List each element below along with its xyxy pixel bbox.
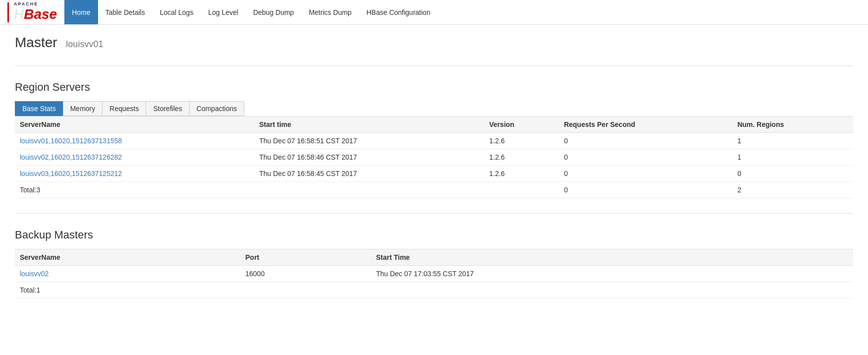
divider-2 <box>15 213 853 214</box>
table-row: louisvv02 16000 Thu Dec 07 17:03:55 CST … <box>15 266 853 282</box>
nav-hbase-configuration[interactable]: HBase Configuration <box>359 0 438 24</box>
backup-total-empty-2 <box>371 282 853 298</box>
nav-local-logs[interactable]: Local Logs <box>153 0 201 24</box>
cell-total-rps: 0 <box>559 182 732 198</box>
backup-col-server-name: ServerName <box>15 249 241 266</box>
cell-rps: 0 <box>559 166 732 182</box>
tab-compactions[interactable]: Compactions <box>189 101 245 116</box>
backup-cell-start-time: Thu Dec 07 17:03:55 CST 2017 <box>371 266 853 282</box>
server-link-3[interactable]: louisvv03,16020,1512637125212 <box>20 170 122 178</box>
page-title: Master louisvv01 <box>15 35 853 51</box>
cell-start-time: Thu Dec 07 16:58:45 CST 2017 <box>254 166 484 182</box>
cell-rps: 0 <box>559 149 732 166</box>
table-row: louisvv01,16020,1512637131558 Thu Dec 07… <box>15 133 853 149</box>
cell-server-name: louisvv03,16020,1512637125212 <box>15 166 254 182</box>
backup-col-port: Port <box>241 249 371 266</box>
navbar: APACHE HBase Home Table Details Local Lo… <box>0 0 868 25</box>
cell-start-time: Thu Dec 07 16:58:51 CST 2017 <box>254 133 484 149</box>
cell-total-label: Total:3 <box>15 182 254 198</box>
backup-masters-title: Backup Masters <box>15 229 853 241</box>
col-num-regions: Num. Regions <box>732 117 853 133</box>
logo-accent-line <box>7 2 9 22</box>
cell-total-regions: 2 <box>732 182 853 198</box>
col-requests-per-second: Requests Per Second <box>559 117 732 133</box>
backup-total-empty-1 <box>241 282 371 298</box>
cell-rps: 0 <box>559 133 732 149</box>
cell-num-regions: 1 <box>732 149 853 166</box>
backup-masters-table: ServerName Port Start Time louisvv02 160… <box>15 249 853 298</box>
cell-version: 1.2.6 <box>484 166 559 182</box>
nav-metrics-dump[interactable]: Metrics Dump <box>302 0 359 24</box>
backup-server-link-1[interactable]: louisvv02 <box>20 270 49 278</box>
divider-1 <box>15 65 853 66</box>
table-row: louisvv02,16020,1512637126282 Thu Dec 07… <box>15 149 853 166</box>
main-content: Master louisvv01 Region Servers Base Sta… <box>0 25 868 308</box>
backup-table-header-row: ServerName Port Start Time <box>15 249 853 266</box>
cell-version: 1.2.6 <box>484 133 559 149</box>
cell-server-name: louisvv01,16020,1512637131558 <box>15 133 254 149</box>
region-servers-tabs: Base Stats Memory Requests Storefiles Co… <box>15 101 853 116</box>
tab-requests[interactable]: Requests <box>102 101 146 116</box>
backup-col-start-time: Start Time <box>371 249 853 266</box>
server-link-2[interactable]: louisvv02,16020,1512637126282 <box>20 153 122 161</box>
region-servers-title: Region Servers <box>15 81 853 94</box>
backup-cell-port: 16000 <box>241 266 371 282</box>
logo-apache-text: APACHE <box>14 2 57 6</box>
col-version: Version <box>484 117 559 133</box>
region-servers-table: ServerName Start time Version Requests P… <box>15 116 853 198</box>
cell-total-empty-2 <box>484 182 559 198</box>
col-server-name: ServerName <box>15 117 254 133</box>
cell-version: 1.2.6 <box>484 149 559 166</box>
nav-debug-dump[interactable]: Debug Dump <box>246 0 302 24</box>
cell-server-name: louisvv02,16020,1512637126282 <box>15 149 254 166</box>
table-header-row: ServerName Start time Version Requests P… <box>15 117 853 133</box>
master-label: Master <box>15 35 57 50</box>
table-row: louisvv03,16020,1512637125212 Thu Dec 07… <box>15 166 853 182</box>
server-link-1[interactable]: louisvv01,16020,1512637131558 <box>20 137 122 145</box>
nav-links: Home Table Details Local Logs Log Level … <box>64 0 438 24</box>
table-totals-row: Total:3 0 2 <box>15 182 853 198</box>
cell-start-time: Thu Dec 07 16:58:46 CST 2017 <box>254 149 484 166</box>
master-subtitle: louisvv01 <box>66 39 103 49</box>
col-start-time: Start time <box>254 117 484 133</box>
tab-memory[interactable]: Memory <box>63 101 102 116</box>
tab-base-stats[interactable]: Base Stats <box>15 101 63 116</box>
tab-storefiles[interactable]: Storefiles <box>146 101 189 116</box>
backup-totals-row: Total:1 <box>15 282 853 298</box>
nav-table-details[interactable]: Table Details <box>98 0 153 24</box>
backup-cell-server-name: louisvv02 <box>15 266 241 282</box>
nav-log-level[interactable]: Log Level <box>201 0 246 24</box>
logo: APACHE HBase <box>0 0 64 25</box>
backup-total-label: Total:1 <box>15 282 241 298</box>
logo-base: Base <box>24 6 57 22</box>
nav-home[interactable]: Home <box>64 0 98 24</box>
cell-num-regions: 0 <box>732 166 853 182</box>
logo-h: H <box>14 6 24 22</box>
cell-num-regions: 1 <box>732 133 853 149</box>
cell-total-empty-1 <box>254 182 484 198</box>
